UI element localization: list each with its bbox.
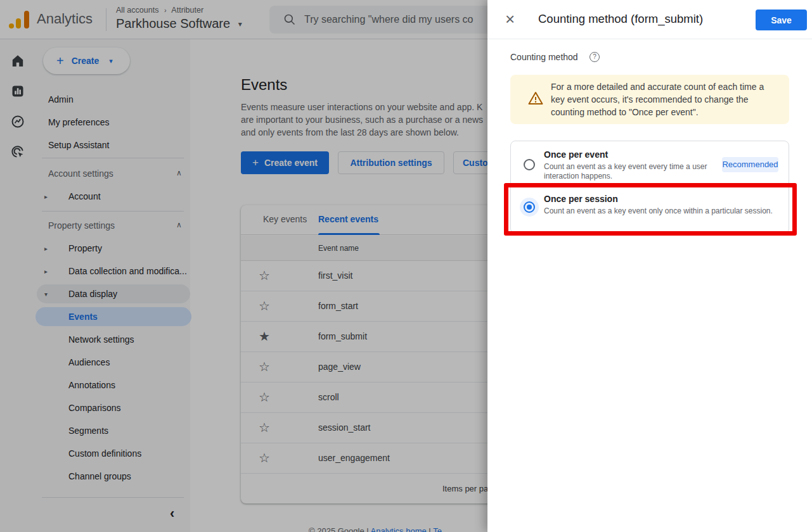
- option-title: Once per event: [544, 149, 608, 160]
- help-icon[interactable]: ?: [590, 52, 600, 62]
- ga-admin-screen: Analytics All accounts › Attributer Park…: [0, 0, 812, 532]
- counting-method-options: Once per event Count an event as a key e…: [510, 141, 789, 234]
- counting-method-panel: × Counting method (form_submit) Save Cou…: [487, 0, 812, 532]
- option-description: Count an event as a key event every time…: [544, 162, 719, 181]
- recommended-badge: Recommended: [722, 157, 778, 172]
- radio-once-per-session[interactable]: [520, 198, 539, 217]
- warning-banner: For a more detailed and accurate count o…: [510, 75, 789, 124]
- warning-text: For a more detailed and accurate count o…: [551, 80, 779, 118]
- panel-header: × Counting method (form_submit) Save: [487, 0, 812, 39]
- panel-title: Counting method (form_submit): [538, 12, 703, 26]
- warning-triangle-icon: [528, 91, 543, 105]
- counting-method-label: Counting method: [510, 52, 578, 62]
- option-description: Count an event as a key event only once …: [544, 206, 775, 216]
- modal-scrim[interactable]: [0, 0, 487, 532]
- save-button[interactable]: Save: [756, 10, 807, 30]
- options-divider: [511, 186, 789, 186]
- radio-once-per-event[interactable]: [524, 159, 535, 170]
- close-icon[interactable]: ×: [505, 9, 515, 29]
- option-title: Once per session: [544, 194, 618, 204]
